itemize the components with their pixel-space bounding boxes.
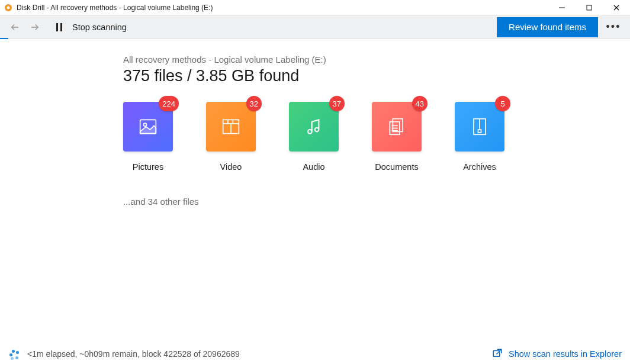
toolbar: Stop scanning Review found items ••• (0, 15, 630, 39)
progress-indicator (0, 38, 8, 39)
stop-scanning-label: Stop scanning (72, 22, 127, 32)
svg-point-11 (144, 123, 147, 126)
document-icon: 43 (372, 102, 422, 152)
tile-label: Pictures (133, 162, 163, 172)
category-tile-documents[interactable]: 43Documents (372, 102, 422, 172)
window-title: Disk Drill - All recovery methods - Logi… (17, 4, 213, 12)
category-tile-archives[interactable]: 5Archives (455, 102, 504, 172)
film-icon: 32 (206, 102, 256, 152)
count-badge: 224 (159, 96, 179, 111)
other-files-text: ...and 34 other files (123, 197, 630, 207)
music-icon: 37 (289, 102, 339, 152)
show-in-explorer-link[interactable]: Show scan results in Explorer (492, 348, 622, 360)
count-badge: 37 (329, 96, 345, 111)
image-icon: 224 (123, 102, 173, 152)
category-tile-video[interactable]: 32Video (206, 102, 256, 172)
status-bar: <1m elapsed, ~0h09m remain, block 422528… (0, 344, 630, 364)
forward-button[interactable] (25, 17, 45, 37)
explorer-link-label: Show scan results in Explorer (509, 349, 622, 359)
back-button[interactable] (5, 17, 25, 37)
tile-label: Documents (375, 162, 418, 172)
category-tile-pictures[interactable]: 224Pictures (123, 102, 173, 172)
tile-label: Archives (463, 162, 496, 172)
pause-icon (54, 22, 64, 32)
svg-rect-3 (587, 5, 592, 10)
archive-icon: 5 (455, 102, 504, 152)
scan-headline: 375 files / 3.85 GB found (123, 67, 630, 85)
close-button[interactable] (603, 0, 630, 15)
svg-rect-26 (478, 130, 481, 133)
minimize-button[interactable] (548, 0, 576, 15)
status-text: <1m elapsed, ~0h09m remain, block 422528… (27, 349, 240, 359)
maximize-button[interactable] (576, 0, 603, 15)
count-badge: 5 (495, 96, 510, 111)
titlebar: Disk Drill - All recovery methods - Logi… (0, 0, 630, 15)
category-tile-audio[interactable]: 37Audio (289, 102, 339, 172)
more-menu-button[interactable]: ••• (602, 17, 625, 37)
explorer-icon (492, 348, 503, 360)
tile-label: Audio (303, 162, 324, 172)
svg-point-18 (315, 128, 319, 132)
svg-point-17 (308, 130, 312, 134)
category-tiles: 224Pictures32Video37Audio43Documents5Arc… (123, 102, 630, 172)
svg-point-1 (7, 6, 10, 9)
svg-rect-9 (60, 23, 62, 31)
svg-rect-8 (56, 23, 58, 31)
main-content: All recovery methods - Logical volume La… (0, 39, 630, 344)
stop-scanning-button[interactable]: Stop scanning (54, 22, 127, 32)
tile-label: Video (220, 162, 242, 172)
count-badge: 43 (412, 96, 427, 111)
count-badge: 32 (246, 96, 262, 111)
review-found-items-button[interactable]: Review found items (497, 17, 598, 37)
svg-line-28 (497, 349, 502, 354)
scan-subtitle: All recovery methods - Logical volume La… (123, 54, 630, 65)
spinner-icon (8, 348, 20, 360)
app-icon (4, 3, 13, 12)
